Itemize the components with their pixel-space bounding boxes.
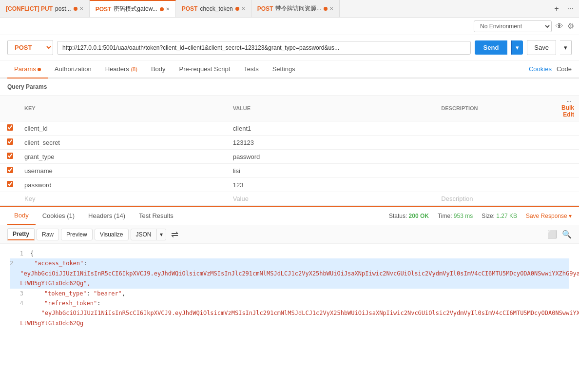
- environment-select[interactable]: No Environment: [474, 20, 552, 32]
- format-raw-button[interactable]: Raw: [37, 229, 59, 240]
- param-value-5[interactable]: 123: [228, 178, 437, 192]
- json-content-1: {: [30, 249, 34, 258]
- tab-conflict-put[interactable]: [CONFLICT] PUT post... ✕: [0, 0, 90, 18]
- format-pretty-button[interactable]: Pretty: [7, 228, 35, 240]
- json-line-2: 2 "access_token": "eyJhbGciOiJIUzI1NiIsI…: [10, 258, 569, 288]
- json-line-1: 1 {: [10, 249, 569, 258]
- params-more-icon[interactable]: ···: [567, 98, 571, 104]
- table-row: client_secret 123123: [0, 136, 579, 150]
- format-type-label: JSON: [131, 229, 156, 240]
- size-value: 1.27 KB: [496, 213, 517, 219]
- tab-label-4: 带令牌访问资源...: [275, 4, 321, 13]
- th-value: VALUE: [228, 96, 437, 121]
- json-content-3: "token_type": "bearer",: [30, 289, 125, 298]
- search-button[interactable]: 🔍: [562, 230, 572, 239]
- wrap-button[interactable]: ⇌: [171, 229, 178, 240]
- send-button[interactable]: Send: [475, 40, 508, 55]
- param-desc-3[interactable]: [436, 150, 550, 164]
- save-response-button[interactable]: Save Response ▾: [526, 213, 572, 219]
- tab-params[interactable]: Params: [7, 60, 48, 78]
- param-key-5[interactable]: password: [19, 178, 228, 192]
- param-key-2[interactable]: client_secret: [19, 136, 228, 150]
- tab-method-3: POST: [182, 5, 198, 12]
- empty-key[interactable]: Key: [19, 192, 228, 206]
- json-refresh-token-value: "eyJhbGciOiJIUzI1NiIsInR5cCI6IkpXVCJ9.ey…: [20, 308, 579, 328]
- param-key-4[interactable]: username: [19, 164, 228, 178]
- response-tab-tests[interactable]: Test Results: [132, 207, 180, 224]
- time-label: Time: 953 ms: [438, 213, 473, 219]
- table-row: grant_type password: [0, 150, 579, 164]
- param-desc-2[interactable]: [436, 136, 550, 150]
- eye-icon[interactable]: 👁: [556, 22, 563, 31]
- format-type-arrow[interactable]: ▾: [156, 229, 166, 240]
- th-checkbox: [0, 96, 19, 121]
- response-tab-headers[interactable]: Headers (14): [81, 207, 132, 224]
- copy-button[interactable]: ⬜: [547, 230, 557, 239]
- cookies-link[interactable]: Cookies: [529, 65, 552, 73]
- json-value-token-type: "bearer": [94, 290, 122, 297]
- tab-authorization[interactable]: Authorization: [48, 60, 98, 78]
- tab-method-conflict: [CONFLICT] PUT: [6, 5, 53, 12]
- save-button[interactable]: Save: [527, 40, 556, 55]
- code-link[interactable]: Code: [557, 65, 572, 73]
- request-bar: POST GET PUT DELETE Send ▾ Save ▾: [0, 35, 579, 60]
- tab-body[interactable]: Body: [144, 60, 173, 78]
- tab-close-4[interactable]: ✕: [329, 6, 333, 11]
- tab-post-check-token[interactable]: POST check_token ✕: [176, 0, 251, 18]
- param-value-3[interactable]: password: [228, 150, 437, 164]
- tab-close-3[interactable]: ✕: [241, 6, 245, 11]
- param-value-1[interactable]: client1: [228, 121, 437, 136]
- tab-label-1: post...: [55, 5, 71, 12]
- response-tab-cookies[interactable]: Cookies (1): [36, 207, 81, 224]
- row-checkbox-1[interactable]: [7, 124, 13, 131]
- param-desc-1[interactable]: [436, 121, 550, 136]
- tab-post-bearer[interactable]: POST 带令牌访问资源... ✕: [251, 0, 340, 18]
- format-preview-button[interactable]: Preview: [61, 229, 93, 240]
- row-checkbox-4[interactable]: [7, 167, 13, 173]
- row-checkbox-2[interactable]: [7, 138, 13, 145]
- env-bar: No Environment 👁 ⚙: [0, 18, 579, 35]
- param-value-4[interactable]: lisi: [228, 164, 437, 178]
- param-desc-4[interactable]: [436, 164, 550, 178]
- tab-tests[interactable]: Tests: [237, 60, 265, 78]
- tab-prerequest[interactable]: Pre-request Script: [173, 60, 237, 78]
- tab-method-2: POST: [96, 6, 112, 13]
- row-checkbox-3[interactable]: [7, 153, 13, 159]
- query-params-title: Query Params: [0, 78, 579, 96]
- json-key-token-type: "token_type": [30, 290, 87, 297]
- line-num-2: 2: [10, 258, 13, 288]
- method-select[interactable]: POST GET PUT DELETE: [7, 40, 53, 55]
- new-tab-button[interactable]: +: [551, 3, 561, 14]
- tab-settings[interactable]: Settings: [266, 60, 302, 78]
- tab-dot-4: [324, 7, 328, 11]
- param-desc-5[interactable]: [436, 178, 550, 192]
- param-key-1[interactable]: client_id: [19, 121, 228, 136]
- request-tabs: Params Authorization Headers (8) Body Pr…: [0, 60, 579, 78]
- format-type-dropdown[interactable]: JSON ▾: [131, 229, 166, 240]
- send-dropdown-button[interactable]: ▾: [511, 40, 523, 55]
- url-input[interactable]: [57, 41, 471, 55]
- save-dropdown-button[interactable]: ▾: [560, 40, 572, 55]
- settings-icon[interactable]: ⚙: [567, 21, 574, 31]
- row-checkbox-5[interactable]: [7, 181, 13, 187]
- param-key-3[interactable]: grant_type: [19, 150, 228, 164]
- more-tabs-button[interactable]: ···: [564, 3, 577, 14]
- format-visualize-button[interactable]: Visualize: [95, 229, 129, 240]
- json-line-4: 4 "refresh_token":: [10, 298, 569, 308]
- tab-post-password[interactable]: POST 密码模式gatew... ✕: [90, 0, 176, 18]
- tab-close-1[interactable]: ✕: [79, 6, 83, 11]
- tab-dot-2: [160, 7, 164, 11]
- size-label: Size: 1.27 KB: [482, 213, 517, 219]
- tab-headers[interactable]: Headers (8): [98, 60, 144, 78]
- empty-desc[interactable]: Description: [436, 192, 550, 206]
- response-tab-body[interactable]: Body: [7, 207, 36, 225]
- json-key-access-token: "access_token": [20, 260, 83, 267]
- table-row: username lisi: [0, 164, 579, 178]
- table-row: client_id client1: [0, 121, 579, 136]
- bulk-edit-button[interactable]: Bulk Edit: [561, 104, 574, 118]
- tab-dot-1: [74, 7, 77, 11]
- th-more: ··· Bulk Edit: [550, 96, 579, 121]
- param-value-2[interactable]: 123123: [228, 136, 437, 150]
- tab-close-2[interactable]: ✕: [166, 6, 170, 12]
- empty-value[interactable]: Value: [228, 192, 437, 206]
